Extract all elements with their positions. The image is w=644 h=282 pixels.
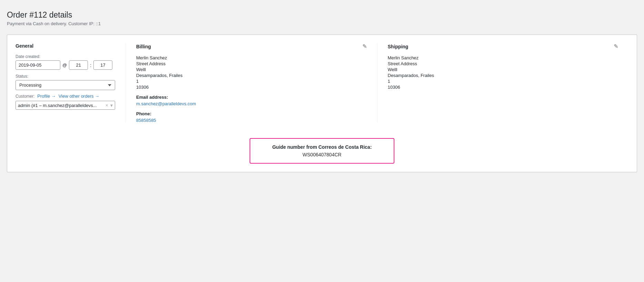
- shipping-street: Street Address: [388, 61, 618, 66]
- general-section: General Date created: @ : Status: Pendin…: [16, 43, 126, 123]
- general-title-label: General: [16, 43, 33, 49]
- customer-select-icons: × ▾: [105, 103, 113, 108]
- minute-input[interactable]: [93, 60, 112, 70]
- billing-title-label: Billing: [136, 44, 151, 49]
- date-label: Date created:: [16, 54, 115, 59]
- status-label: Status:: [16, 74, 115, 79]
- billing-name: Merlin Sanchez: [136, 55, 367, 60]
- billing-number: 1: [136, 79, 367, 84]
- date-input[interactable]: [16, 60, 60, 70]
- order-details-card: General Date created: @ : Status: Pendin…: [7, 35, 637, 172]
- at-label: @: [62, 62, 67, 68]
- page-subtitle: Payment via Cash on delivery. Customer I…: [7, 21, 637, 26]
- guide-number-box: Guide number from Correos de Costa Rica:…: [250, 138, 394, 164]
- status-select-wrapper: Pending payment Processing On hold Compl…: [16, 80, 115, 90]
- billing-section: Billing ✎ Merlin Sanchez Street Address …: [136, 43, 378, 123]
- shipping-region: Desamparados, Frailes: [388, 73, 618, 78]
- shipping-title-label: Shipping: [388, 44, 409, 49]
- shipping-city: Welll: [388, 67, 618, 72]
- hour-input[interactable]: [69, 60, 88, 70]
- date-row: @ :: [16, 60, 115, 70]
- billing-edit-icon[interactable]: ✎: [362, 43, 367, 50]
- billing-postal: 10306: [136, 85, 367, 90]
- page-title: Order #112 details: [7, 10, 637, 20]
- bottom-section: Guide number from Correos de Costa Rica:…: [16, 130, 628, 164]
- guide-number-label: Guide number from Correos de Costa Rica:: [259, 144, 385, 150]
- customer-row: Customer: Profile → View other orders →: [16, 94, 115, 99]
- billing-phone-label: Phone:: [136, 111, 367, 116]
- status-select[interactable]: Pending payment Processing On hold Compl…: [16, 80, 115, 90]
- chevron-down-icon[interactable]: ▾: [110, 103, 113, 108]
- close-icon[interactable]: ×: [105, 103, 108, 108]
- shipping-section-title: Shipping ✎: [388, 43, 618, 50]
- shipping-section: Shipping ✎ Merlin Sanchez Street Address…: [388, 43, 629, 123]
- sections-row: General Date created: @ : Status: Pendin…: [16, 43, 628, 123]
- customer-select-wrapper[interactable]: admin (#1 – m.sanchez@paralleldevs... × …: [16, 101, 115, 110]
- billing-section-title: Billing ✎: [136, 43, 367, 50]
- billing-email-link[interactable]: m.sanchez@paralleldevs.com: [136, 101, 196, 106]
- shipping-number: 1: [388, 79, 618, 84]
- customer-select-text: admin (#1 – m.sanchez@paralleldevs...: [18, 103, 105, 108]
- shipping-name: Merlin Sanchez: [388, 55, 618, 60]
- shipping-edit-icon[interactable]: ✎: [614, 43, 618, 50]
- guide-number-value: WS006407804CR: [259, 152, 385, 157]
- billing-phone-link[interactable]: 85858585: [136, 118, 156, 123]
- customer-label: Customer:: [16, 94, 34, 99]
- billing-city: Welll: [136, 67, 367, 72]
- billing-street: Street Address: [136, 61, 367, 66]
- shipping-postal: 10306: [388, 85, 618, 90]
- billing-email-label: Email address:: [136, 95, 367, 100]
- billing-region: Desamparados, Frailes: [136, 73, 367, 78]
- profile-link[interactable]: Profile →: [37, 94, 56, 99]
- colon-separator: :: [90, 62, 91, 68]
- view-other-orders-link[interactable]: View other orders →: [59, 94, 99, 99]
- general-section-title: General: [16, 43, 115, 49]
